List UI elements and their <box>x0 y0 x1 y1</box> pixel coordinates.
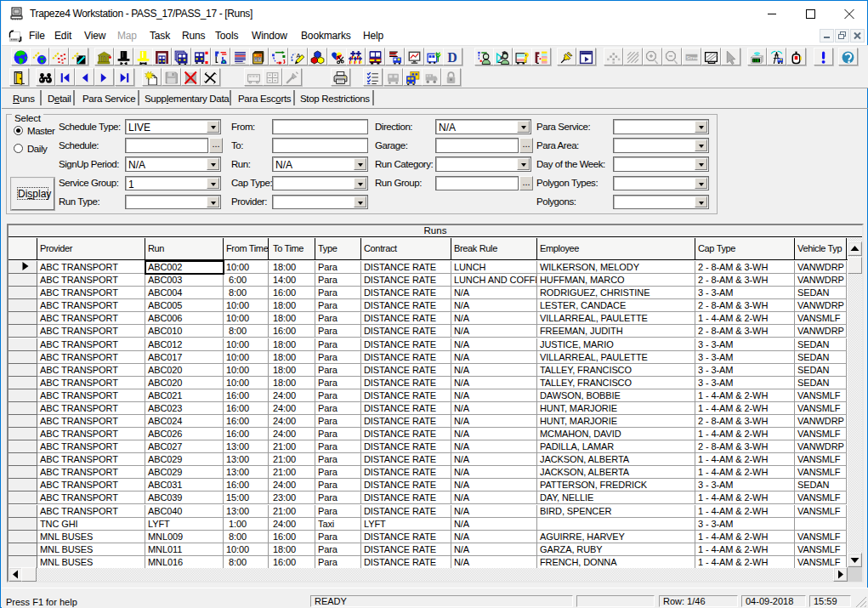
svg-text:Street: Street <box>686 54 699 60</box>
svg-text:D: D <box>448 50 458 65</box>
